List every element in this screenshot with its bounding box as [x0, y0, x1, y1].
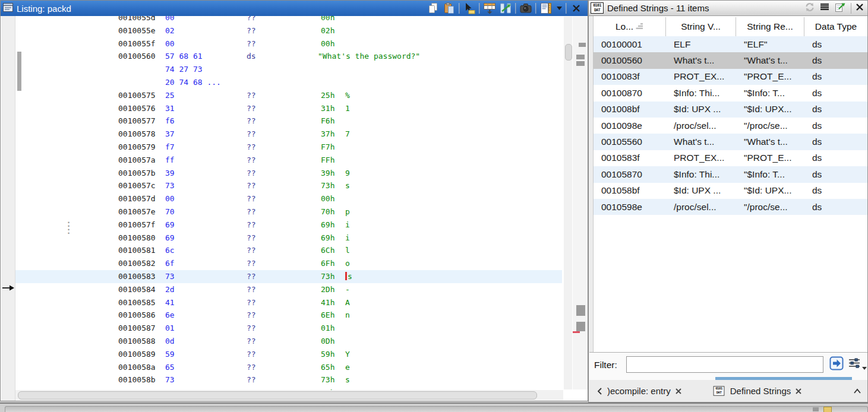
listing-char-field[interactable]: e — [345, 361, 350, 374]
table-cell[interactable]: ds — [804, 185, 867, 196]
listing-row[interactable]: 0010058701??01h — [15, 322, 562, 335]
listing-field[interactable]: 69h — [321, 232, 334, 245]
listing-field[interactable]: 73h — [321, 179, 334, 192]
dropdown-arrow-icon[interactable] — [555, 2, 563, 15]
column-header-data-type[interactable]: Data Type — [804, 17, 867, 36]
listing-field[interactable]: 73h — [321, 270, 334, 283]
listing-field[interactable]: 6Fh — [321, 257, 334, 270]
listing-field[interactable]: FFh — [321, 154, 334, 167]
listing-field[interactable]: ?? — [247, 154, 256, 167]
listing-char-field[interactable]: - — [345, 283, 350, 296]
listing-field[interactable]: f6 — [165, 115, 175, 128]
listing-field[interactable]: 00h — [321, 16, 334, 24]
table-cell[interactable]: 001058bf — [594, 185, 666, 196]
listing-char-field[interactable]: Y — [345, 348, 350, 361]
table-cell[interactable]: 00105870 — [594, 169, 666, 180]
listing-field[interactable]: 0d — [165, 335, 175, 348]
listing-row[interactable]: 0010057f69??69hi — [15, 218, 562, 232]
listing-row[interactable]: 0010057b39??39h9 — [15, 167, 562, 180]
tab-defined-strings-close-icon[interactable] — [796, 388, 801, 394]
listing-field[interactable]: ?? — [247, 309, 256, 322]
listing-row[interactable]: 0010055e02??02h — [15, 24, 562, 37]
listing-field[interactable]: 0010057d — [118, 192, 156, 205]
listing-field[interactable]: 0010057c — [118, 179, 156, 192]
listing-row[interactable]: 00100577f6??F6h — [15, 115, 562, 128]
listing-field[interactable]: 0010057a — [118, 154, 156, 167]
listing-field[interactable]: ?? — [247, 335, 256, 348]
listing-field[interactable]: ?? — [247, 322, 256, 335]
listing-field[interactable]: 00100585 — [118, 296, 156, 309]
listing-field[interactable]: ?? — [247, 179, 256, 192]
listing-field[interactable]: 0Dh — [321, 335, 334, 348]
listing-field[interactable]: 00100577 — [118, 115, 156, 128]
table-cell[interactable]: "What's t... — [736, 137, 804, 147]
table-cell[interactable]: 001008bf — [594, 104, 666, 115]
listing-field[interactable]: 41h — [321, 296, 334, 309]
listing-char-field[interactable]: 1 — [345, 102, 350, 115]
table-cell[interactable]: $Info: Thi... — [666, 169, 736, 180]
table-cell[interactable]: 0010083f — [594, 71, 666, 82]
listing-field[interactable]: 25h — [321, 89, 334, 102]
listing-char-field[interactable]: o — [345, 257, 350, 270]
drag-handle-icon[interactable]: •••• — [68, 221, 72, 236]
tab-defined-strings[interactable]: Defined Strings — [730, 386, 791, 396]
listing-field[interactable]: 59 — [165, 348, 175, 361]
table-cell[interactable]: ds — [804, 88, 867, 99]
listing-field[interactable]: 0010055f — [118, 37, 156, 50]
listing-field[interactable]: ?? — [247, 115, 256, 128]
table-cell[interactable]: 0010583f — [594, 153, 666, 163]
listing-field[interactable]: 00100589 — [118, 348, 156, 361]
listing-field[interactable]: ?? — [247, 102, 256, 115]
listing-field[interactable]: 0010058b — [118, 373, 156, 386]
listing-field[interactable]: ?? — [247, 16, 256, 24]
listing-field[interactable]: 74 27 73 — [165, 63, 203, 76]
menu-lines-icon[interactable] — [820, 3, 829, 14]
table-cell[interactable]: $Id: UPX ... — [666, 104, 736, 115]
listing-row[interactable]: 0010057837??37h7 — [15, 128, 562, 141]
listing-field[interactable]: 00100579 — [118, 141, 156, 154]
listing-field[interactable]: 69 — [165, 218, 175, 232]
listing-field[interactable]: 31h — [321, 102, 334, 115]
listing-row[interactable]: 0010058b73??73hs — [15, 373, 562, 386]
table-cell[interactable]: "PROT_E... — [736, 153, 804, 163]
listing-char-field[interactable]: i — [345, 232, 350, 245]
filter-dropdown-arrow-icon[interactable] — [862, 362, 867, 372]
table-cell[interactable]: ds — [804, 39, 867, 50]
listing-field[interactable]: 02 — [165, 24, 175, 37]
table-cell[interactable]: "$Id: UPX... — [736, 185, 804, 196]
table-cell[interactable]: ds — [804, 137, 867, 147]
listing-field[interactable]: 70h — [321, 205, 334, 218]
table-row[interactable]: 001058bf$Id: UPX ..."$Id: UPX...ds — [594, 183, 867, 199]
table-cell[interactable]: "$Id: UPX... — [736, 104, 804, 115]
listing-field[interactable]: 6f — [165, 257, 175, 270]
table-row[interactable]: 0010098e/proc/sel..."/proc/se...ds — [594, 118, 867, 134]
listing-char-field[interactable]: i — [345, 218, 350, 232]
table-cell[interactable]: ds — [804, 104, 867, 115]
listing-field[interactable]: 65 — [165, 361, 175, 374]
listing-field[interactable]: 00100560 — [118, 50, 156, 63]
refresh-icon[interactable] — [804, 2, 815, 15]
margin-marker[interactable] — [576, 305, 585, 316]
table-row[interactable]: 00105560What's t..."What's t...ds — [594, 134, 867, 150]
column-header-location[interactable]: Lo... — [594, 17, 666, 36]
table-cell[interactable]: ds — [804, 55, 867, 66]
listing-field[interactable]: 31 — [165, 102, 175, 115]
listing-field[interactable]: ff — [165, 154, 175, 167]
listing-row[interactable]: 001005816c??6Chl — [15, 244, 562, 257]
fields-table-icon[interactable] — [483, 2, 496, 15]
table-cell[interactable]: $Id: UPX ... — [666, 185, 736, 196]
listing-field[interactable]: 0010057f — [118, 218, 156, 232]
table-cell[interactable]: PROT_EX... — [666, 71, 736, 82]
listing-field[interactable]: 00100584 — [118, 283, 156, 296]
listing-char-field[interactable]: s — [345, 373, 350, 386]
listing-field[interactable]: 00h — [321, 192, 334, 205]
listing-field[interactable]: 69 — [165, 232, 175, 245]
listing-field[interactable]: 0010057b — [118, 167, 156, 180]
listing-titlebar[interactable]: Listing: packd — [1, 1, 588, 16]
listing-field[interactable]: 39h — [321, 167, 334, 180]
margin-marker[interactable] — [576, 322, 585, 331]
listing-field[interactable]: ?? — [247, 270, 256, 283]
table-cell[interactable]: PROT_EX... — [666, 153, 736, 163]
listing-field[interactable]: 00100578 — [118, 128, 156, 141]
listing-horizontal-scrollbar-thumb[interactable] — [18, 391, 537, 400]
